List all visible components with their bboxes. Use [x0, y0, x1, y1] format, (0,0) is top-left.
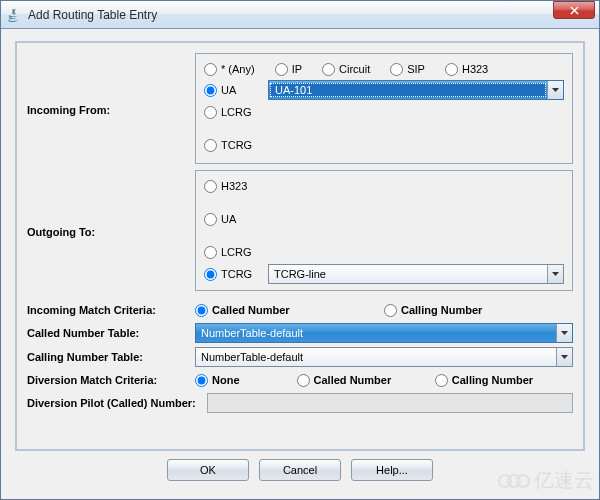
cancel-button[interactable]: Cancel — [259, 459, 341, 481]
calling-table-label: Calling Number Table: — [27, 351, 195, 363]
incoming-from-group: * (Any) IP Circuit SIP H323 UA UA-101 — [195, 53, 573, 164]
button-row: OK Cancel Help... — [15, 451, 585, 491]
outgoing-tcrg-radio[interactable]: TCRG — [204, 265, 264, 283]
close-button[interactable] — [553, 1, 595, 19]
incoming-match-called-radio[interactable]: Called Number — [195, 301, 368, 319]
incoming-from-row: Incoming From: * (Any) IP Circuit SIP H3… — [27, 53, 573, 164]
outgoing-h323-radio[interactable]: H323 — [204, 177, 264, 195]
outgoing-to-group: H323 UA LCRG TCRG TCRG-line — [195, 170, 573, 291]
window-title: Add Routing Table Entry — [28, 8, 597, 22]
incoming-ip-radio[interactable]: IP — [275, 60, 302, 78]
calling-table-combo[interactable]: NumberTable-default — [195, 347, 573, 367]
incoming-tcrg-radio[interactable]: TCRG — [204, 136, 264, 154]
diversion-pilot-row: Diversion Pilot (Called) Number: — [27, 393, 573, 413]
diversion-calling-radio[interactable]: Calling Number — [435, 371, 557, 389]
diversion-match-row: Diversion Match Criteria: None Called Nu… — [27, 371, 573, 389]
diversion-called-radio[interactable]: Called Number — [297, 371, 419, 389]
diversion-pilot-input[interactable] — [207, 393, 573, 413]
incoming-lcrg-radio[interactable]: LCRG — [204, 103, 264, 121]
titlebar: Add Routing Table Entry — [1, 1, 599, 29]
help-button[interactable]: Help... — [351, 459, 433, 481]
called-table-combo[interactable]: NumberTable-default — [195, 323, 573, 343]
dropdown-icon — [547, 265, 563, 283]
outgoing-lcrg-radio[interactable]: LCRG — [204, 243, 264, 261]
incoming-match-row: Incoming Match Criteria: Called Number C… — [27, 301, 573, 319]
dialog-window: Add Routing Table Entry Incoming From: *… — [0, 0, 600, 500]
main-panel: Incoming From: * (Any) IP Circuit SIP H3… — [15, 41, 585, 451]
incoming-ua-combo[interactable]: UA-101 — [268, 80, 564, 100]
incoming-match-calling-radio[interactable]: Calling Number — [384, 301, 557, 319]
dropdown-icon — [547, 81, 563, 99]
called-table-row: Called Number Table: NumberTable-default — [27, 323, 573, 343]
dropdown-icon — [556, 348, 572, 366]
outgoing-ua-radio[interactable]: UA — [204, 210, 264, 228]
diversion-none-radio[interactable]: None — [195, 371, 281, 389]
diversion-pilot-label: Diversion Pilot (Called) Number: — [27, 397, 207, 409]
outgoing-to-label: Outgoing To: — [27, 223, 195, 238]
java-icon — [7, 7, 23, 23]
incoming-circuit-radio[interactable]: Circuit — [322, 60, 370, 78]
content-area: Incoming From: * (Any) IP Circuit SIP H3… — [1, 29, 599, 499]
calling-table-row: Calling Number Table: NumberTable-defaul… — [27, 347, 573, 367]
called-table-label: Called Number Table: — [27, 327, 195, 339]
incoming-ua-radio[interactable]: UA — [204, 81, 264, 99]
ok-button[interactable]: OK — [167, 459, 249, 481]
incoming-from-label: Incoming From: — [27, 101, 195, 116]
incoming-match-label: Incoming Match Criteria: — [27, 304, 195, 316]
diversion-match-label: Diversion Match Criteria: — [27, 374, 195, 386]
incoming-sip-radio[interactable]: SIP — [390, 60, 425, 78]
incoming-any-radio[interactable]: * (Any) — [204, 60, 255, 78]
outgoing-tcrg-combo[interactable]: TCRG-line — [268, 264, 564, 284]
dropdown-icon — [556, 324, 572, 342]
outgoing-to-row: Outgoing To: H323 UA LCRG TCRG TCRG-line — [27, 170, 573, 291]
incoming-h323-radio[interactable]: H323 — [445, 60, 488, 78]
